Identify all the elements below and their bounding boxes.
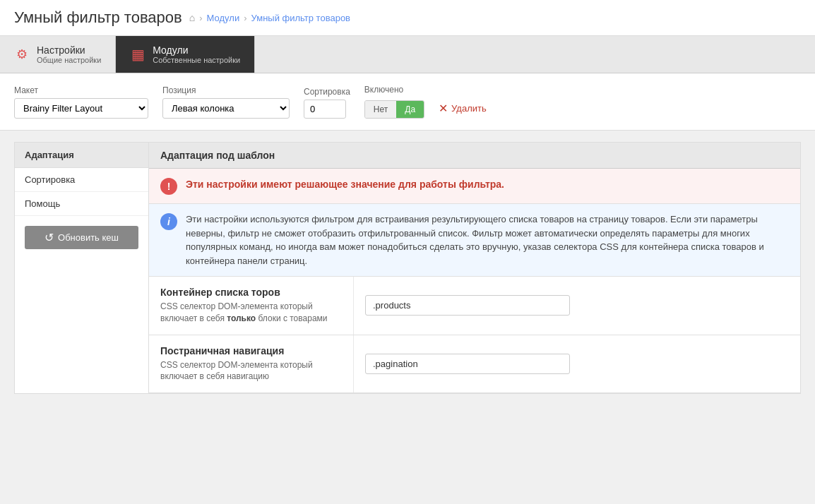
refresh-icon: ↺ [44, 231, 54, 244]
sort-group: Сортировка [304, 87, 350, 119]
setting-title-pagination: Постраничная навигация [160, 345, 342, 356]
setting-title-products: Контейнер списка торов [160, 287, 342, 298]
panel-body: ! Эти настройки имеют решающее значение … [149, 169, 800, 393]
panel-header: Адаптация под шаблон [149, 143, 800, 169]
setting-desc-products: CSS селектор DOM-элемента который включа… [160, 301, 342, 325]
alert-info: i Эти настройки используются фильтром дл… [149, 204, 800, 277]
sidebar-item-sort[interactable]: Сортировка [15, 168, 148, 192]
top-nav: ⚙ Настройки Общие настройки ▦ Модули Соб… [0, 36, 815, 73]
layout-label: Макет [14, 85, 148, 95]
refresh-label: Обновить кеш [58, 232, 119, 243]
sidebar-header: Адаптация [15, 143, 148, 168]
panels-row: Адаптация Сортировка Помощь ↺ Обновить к… [0, 131, 815, 405]
layout-select[interactable]: Brainy Filter Layout [14, 98, 148, 119]
delete-button[interactable]: ✕ Удалить [439, 98, 487, 119]
setting-desc-pagination: CSS селектор DOM-элемента который включа… [160, 359, 342, 383]
form-area: Макет Brainy Filter Layout Позиция Левая… [0, 73, 815, 131]
sidebar-refresh: ↺ Обновить кеш [25, 226, 138, 249]
toggle-no[interactable]: Нет [365, 101, 396, 118]
layout-group: Макет Brainy Filter Layout [14, 85, 148, 119]
products-input[interactable] [365, 295, 570, 316]
modules-icon: ▦ [130, 47, 145, 62]
enabled-group: Включено Нет Да [364, 85, 424, 119]
delete-icon: ✕ [439, 102, 448, 115]
home-icon[interactable]: ⌂ [189, 12, 195, 23]
breadcrumb-current[interactable]: Умный фильтр товаров [251, 13, 351, 23]
setting-desc-strong: только [227, 313, 256, 323]
delete-label: Удалить [451, 103, 487, 114]
info-icon: i [160, 213, 177, 230]
position-group: Позиция Левая колонка [162, 85, 290, 119]
gear-icon: ⚙ [14, 47, 30, 62]
sort-input[interactable] [304, 100, 346, 119]
page-wrapper: Умный фильтр товаров ⌂ › Модули › Умный … [0, 0, 815, 504]
alert-danger-text: Эти настройки имеют решающее значение дл… [186, 177, 504, 192]
danger-icon: ! [160, 178, 177, 195]
breadcrumb: ⌂ › Модули › Умный фильтр товаров [189, 12, 350, 23]
sidebar-item-help[interactable]: Помощь [15, 192, 148, 216]
tab-settings[interactable]: ⚙ Настройки Общие настройки [0, 36, 116, 73]
setting-value-products [354, 277, 800, 335]
page-title: Умный фильтр товаров [14, 8, 182, 27]
tab-modules-label: Модули [153, 44, 240, 56]
sidebar: Адаптация Сортировка Помощь ↺ Обновить к… [14, 142, 148, 394]
page-header: Умный фильтр товаров ⌂ › Модули › Умный … [0, 0, 815, 36]
tab-modules-sublabel: Собственные настройки [153, 56, 240, 64]
setting-row-pagination: Постраничная навигация CSS селектор DOM-… [149, 335, 800, 394]
alert-danger: ! Эти настройки имеют решающее значение … [149, 169, 800, 204]
refresh-cache-button[interactable]: ↺ Обновить кеш [25, 226, 138, 249]
toggle-yes[interactable]: Да [396, 101, 424, 118]
toggle-enabled: Нет Да [364, 100, 424, 119]
content-wrapper: Умный фильтр товаров ⌂ › Модули › Умный … [0, 0, 815, 405]
breadcrumb-modules[interactable]: Модули [207, 13, 240, 23]
content-panel: Адаптация под шаблон ! Эти настройки име… [148, 142, 801, 394]
position-select[interactable]: Левая колонка [162, 98, 290, 119]
sort-label: Сортировка [304, 87, 350, 97]
enabled-label: Включено [364, 85, 424, 95]
alert-info-text: Эти настройки используются фильтром для … [186, 212, 789, 268]
tab-settings-label: Настройки [37, 44, 101, 56]
setting-label-products: Контейнер списка торов CSS селектор DOM-… [149, 277, 354, 335]
setting-label-pagination: Постраничная навигация CSS селектор DOM-… [149, 335, 354, 393]
tab-settings-sublabel: Общие настройки [37, 56, 101, 64]
setting-desc-suffix: блоки с товарами [256, 313, 327, 323]
setting-value-pagination [354, 335, 800, 393]
position-label: Позиция [162, 85, 290, 95]
setting-row-products: Контейнер списка торов CSS селектор DOM-… [149, 277, 800, 335]
tab-modules[interactable]: ▦ Модули Собственные настройки [116, 36, 255, 73]
delete-group: ✕ Удалить [439, 98, 487, 119]
pagination-input[interactable] [365, 354, 570, 374]
